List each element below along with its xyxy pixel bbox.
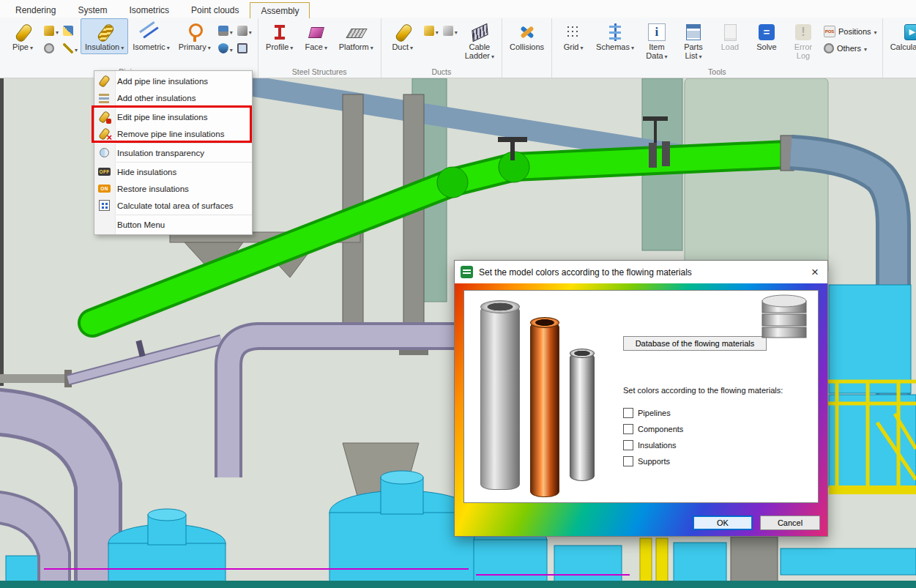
menu-item-label: Hide insulations: [117, 168, 176, 176]
cable-ladder-button[interactable]: Cable Ladder: [461, 18, 499, 62]
primary-button[interactable]: Primary: [174, 18, 215, 54]
others-button[interactable]: Others: [824, 43, 877, 53]
checkbox-pipelines[interactable]: Pipelines: [623, 408, 809, 418]
isometric-button[interactable]: Isometric: [128, 18, 174, 54]
dialog-body: Database of the flowing materials Set co…: [455, 283, 827, 536]
insulation-label: Insulation: [85, 43, 119, 52]
dialog-buttons: OK Cancel: [693, 516, 820, 530]
slope-button[interactable]: [62, 40, 79, 56]
face-button[interactable]: Face: [298, 18, 335, 54]
face-icon: [306, 22, 327, 42]
cancel-button[interactable]: Cancel: [760, 516, 820, 530]
weld-shield-button[interactable]: [217, 40, 234, 56]
checkbox-box: [623, 408, 633, 418]
database-button[interactable]: Database of the flowing materials: [623, 336, 767, 351]
menu-item-label: Add other insulations: [117, 94, 196, 103]
scissors-icon: [44, 26, 54, 36]
menu-item-hide-insulations[interactable]: OFF Hide insulations: [94, 163, 252, 180]
menu-separator: [116, 215, 252, 215]
schemas-button[interactable]: Schemas: [592, 18, 638, 54]
menu-item-label: Remove pipe line insulations: [117, 130, 224, 138]
pipe-tools-button[interactable]: [236, 23, 253, 39]
menu-item-remove-pipe-line-insulations[interactable]: Remove pipe line insulations: [94, 125, 252, 142]
menu-item-edit-pipe-line-insulations[interactable]: Edit pipe line insulations: [94, 108, 252, 125]
duct-small-tools: [421, 18, 461, 39]
duct-label: Duct: [392, 43, 409, 52]
menu-item-add-other-insulations[interactable]: Add other insulations: [94, 89, 252, 106]
chevron-down-icon: [324, 43, 327, 52]
primary-icon: [185, 22, 205, 42]
cut-pipe-button[interactable]: [42, 23, 60, 39]
chevron-down-icon: [580, 43, 583, 52]
grid-button[interactable]: Grid: [555, 18, 592, 54]
parts-list-button[interactable]: Parts List: [675, 18, 712, 62]
checkbox-supports[interactable]: Supports: [623, 456, 809, 466]
chevron-down-icon: [455, 24, 458, 37]
platform-button[interactable]: Platform: [335, 18, 378, 54]
profile-button[interactable]: Profile: [261, 18, 298, 54]
gray-box: [731, 537, 778, 588]
cable-ladder-label-1: Cable: [469, 43, 491, 52]
menu-item-calculate-total-area[interactable]: Calculate total area of surfaces: [94, 197, 252, 214]
menu-item-label: Calculate total area of surfaces: [117, 201, 234, 210]
parts-list-icon: [683, 22, 704, 42]
piping-small-tools-2: [215, 18, 255, 56]
parts-list-label-1: Parts: [684, 43, 703, 52]
calculator-icon: [98, 199, 111, 212]
primary-label: Primary: [179, 43, 206, 52]
tab-assembly[interactable]: Assembly: [250, 2, 310, 18]
calculation-button[interactable]: Calculation: [886, 18, 916, 54]
duct-icon: [392, 22, 413, 42]
bend-pipe-button[interactable]: [62, 23, 79, 39]
tab-system[interactable]: System: [67, 1, 118, 18]
layers-icon: [98, 92, 111, 104]
chevron-down-icon: [436, 24, 439, 37]
menu-item-label: Edit pipe line insulations: [117, 113, 207, 122]
positions-button[interactable]: Positions: [824, 26, 877, 37]
close-icon[interactable]: [803, 261, 827, 283]
checkbox-components[interactable]: Components: [623, 424, 809, 434]
piping-small-tools: [41, 18, 81, 56]
isometric-flag-button[interactable]: [217, 23, 234, 39]
view-frame-button[interactable]: [236, 40, 253, 56]
checkbox-insulations[interactable]: Insulations: [623, 440, 809, 450]
pipe-label: Pipe: [12, 43, 29, 52]
checkbox-label: Components: [638, 425, 683, 433]
collisions-label: Collisions: [510, 43, 544, 52]
duct-part-button[interactable]: [442, 23, 459, 39]
checkbox-list: Pipelines Components Insulations Su: [623, 408, 809, 466]
menu-item-insulation-transparency[interactable]: Insulation transparency: [94, 144, 252, 161]
copper-pipe-image: [530, 321, 559, 497]
off-icon: OFF: [98, 165, 111, 178]
duct-button[interactable]: Duct: [384, 18, 421, 54]
positions-label: Positions: [838, 27, 871, 36]
solve-button[interactable]: Solve: [748, 18, 785, 54]
insulation-dropdown-menu: Add pipe line insulations Add other insu…: [94, 70, 253, 235]
positions-icon: [824, 26, 835, 37]
schemas-label: Schemas: [596, 43, 630, 52]
insulation-button[interactable]: Insulation: [81, 18, 128, 54]
tab-rendering[interactable]: Rendering: [4, 1, 67, 18]
solve-icon: [756, 22, 777, 42]
duct-part-icon: [443, 26, 453, 36]
dialog-title-bar[interactable]: Set the model colors according to the fl…: [455, 261, 827, 284]
isometric-icon: [141, 22, 161, 42]
pipe-accessories-button[interactable]: [42, 40, 60, 56]
error-log-label-1: Error: [794, 43, 812, 52]
ribbon-group-steel: Profile Face Platform Steel Structures: [258, 18, 381, 78]
tab-isometrics[interactable]: Isometrics: [118, 1, 180, 18]
cable-ladder-icon: [469, 22, 490, 42]
tab-point-clouds[interactable]: Point clouds: [180, 1, 250, 18]
chevron-down-icon: [665, 52, 668, 61]
duct-fitting-button[interactable]: [422, 23, 440, 39]
menu-item-restore-insulations[interactable]: ON Restore insulations: [94, 180, 252, 197]
pipe-button[interactable]: Pipe: [4, 18, 41, 54]
load-label: Load: [721, 43, 739, 52]
item-data-button[interactable]: Item Data: [638, 18, 675, 62]
item-data-label-2: Data: [646, 52, 663, 61]
item-data-icon: [647, 22, 667, 42]
ok-button[interactable]: OK: [693, 516, 753, 530]
menu-item-button-menu[interactable]: Button Menu: [94, 216, 252, 233]
menu-item-add-pipe-line-insulations[interactable]: Add pipe line insulations: [94, 72, 252, 89]
collisions-button[interactable]: Collisions: [505, 18, 548, 54]
